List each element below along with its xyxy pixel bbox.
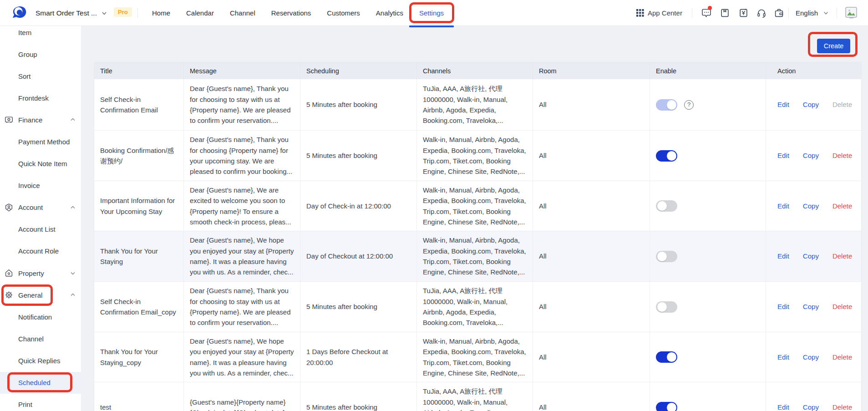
sidebar-item-print[interactable]: Print: [0, 394, 81, 411]
nav-settings[interactable]: Settings: [419, 9, 444, 17]
cell-message: Dear {Guest's name}, Thank you for choos…: [184, 79, 300, 131]
edit-link[interactable]: Edit: [777, 301, 789, 312]
cell-scheduling: 5 Minutes after booking: [300, 79, 417, 131]
delete-link[interactable]: Delete: [832, 99, 852, 110]
sidebar-item-invoice[interactable]: Invoice: [0, 175, 81, 197]
nav-home[interactable]: Home: [152, 9, 170, 17]
table-row: Self Check-in Confirmation Email_copy De…: [94, 282, 861, 332]
delete-link[interactable]: Delete: [832, 402, 852, 411]
copy-link[interactable]: Copy: [803, 201, 819, 211]
sidebar-item-frontdesk[interactable]: Frontdesk: [0, 87, 81, 109]
edit-link[interactable]: Edit: [777, 99, 789, 110]
nav-customers[interactable]: Customers: [327, 9, 360, 17]
account-icon: [5, 203, 13, 212]
delete-link[interactable]: Delete: [832, 201, 852, 211]
col-header-message: Message: [184, 62, 300, 79]
col-header-channels: Channels: [417, 62, 533, 79]
enable-toggle[interactable]: [656, 251, 677, 262]
edit-link[interactable]: Edit: [777, 402, 789, 411]
avatar-broken-image-icon[interactable]: [845, 6, 858, 19]
app-center-button[interactable]: App Center: [636, 0, 682, 26]
property-icon: [5, 269, 13, 278]
copy-link[interactable]: Copy: [803, 402, 819, 411]
receipt-yuan-icon: [739, 8, 748, 18]
cell-title: Self Check-in Confirmation Email_copy: [94, 282, 184, 332]
cell-action: EditCopyDelete: [766, 282, 861, 332]
notification-dot: [708, 6, 712, 10]
sidebar-section-account[interactable]: Account: [0, 197, 81, 218]
enable-toggle[interactable]: [656, 200, 677, 212]
cell-action: EditCopyDelete: [766, 231, 861, 282]
sidebar-section-finance[interactable]: Finance: [0, 109, 81, 131]
copy-link[interactable]: Copy: [803, 301, 819, 312]
col-header-title: Title: [94, 62, 184, 79]
sidebar-item-payment-method[interactable]: Payment Method: [0, 131, 81, 152]
sidebar-item-item[interactable]: Item: [0, 26, 81, 43]
language-chevron-down-icon: [823, 10, 829, 16]
app-grid-icon: [636, 9, 644, 17]
wallet-button[interactable]: [774, 0, 784, 26]
enable-toggle[interactable]: [656, 402, 677, 411]
copy-link[interactable]: Copy: [803, 352, 819, 362]
nav-analytics[interactable]: Analytics: [376, 9, 403, 17]
cell-action: EditCopyDelete: [766, 382, 861, 411]
workspace-chevron-down-icon[interactable]: [101, 10, 107, 16]
cell-title: test: [94, 382, 184, 411]
support-button[interactable]: [756, 0, 766, 26]
cell-scheduling: 5 Minutes after booking: [300, 282, 417, 332]
sidebar-item-quick-note-item[interactable]: Quick Note Item: [0, 153, 81, 175]
sidebar-item-quick-replies[interactable]: Quick Replies: [0, 350, 81, 371]
messages-button[interactable]: [701, 0, 712, 26]
billing-button[interactable]: [739, 0, 748, 26]
delete-link[interactable]: Delete: [832, 150, 852, 161]
sidebar-section-general[interactable]: General: [0, 284, 81, 306]
table-row: Thank You for Your Staying_copy Dear {Gu…: [94, 332, 861, 382]
table-row: Important Information for Your Upcoming …: [94, 181, 861, 231]
edit-link[interactable]: Edit: [777, 201, 789, 211]
help-icon[interactable]: ?: [684, 100, 694, 110]
copy-link[interactable]: Copy: [803, 150, 819, 161]
bookmark-button[interactable]: [720, 0, 730, 26]
nav-channel[interactable]: Channel: [230, 9, 255, 17]
language-selector[interactable]: English: [796, 0, 829, 26]
cell-enable: ?: [650, 79, 766, 131]
copy-link[interactable]: Copy: [803, 251, 819, 261]
edit-link[interactable]: Edit: [777, 150, 789, 161]
table-row: Thank You for Your Staying Dear {Guest's…: [94, 231, 861, 282]
table-body: Self Check-in Confirmation Email Dear {G…: [94, 79, 861, 411]
sidebar-item-account-list[interactable]: Account List: [0, 218, 81, 240]
delete-link[interactable]: Delete: [832, 352, 852, 362]
sidebar-item-notification[interactable]: Notification: [0, 306, 81, 328]
sidebar-section-property[interactable]: Property: [0, 262, 81, 284]
finance-icon: [5, 116, 13, 124]
enable-toggle[interactable]: [656, 301, 677, 313]
chevron-up-icon: [70, 205, 76, 210]
cell-action: EditCopyDelete: [766, 79, 861, 131]
sidebar-item-sort[interactable]: Sort: [0, 65, 81, 87]
delete-link[interactable]: Delete: [832, 251, 852, 261]
copy-link[interactable]: Copy: [803, 99, 819, 110]
delete-link[interactable]: Delete: [832, 301, 852, 312]
edit-link[interactable]: Edit: [777, 352, 789, 362]
workspace-name[interactable]: Smart Order Test ...: [36, 0, 97, 26]
general-gear-icon: [5, 291, 13, 299]
wallet-icon: [774, 8, 784, 18]
edit-link[interactable]: Edit: [777, 251, 789, 261]
sidebar-item-channel[interactable]: Channel: [0, 328, 81, 350]
cell-message: {Guest's name}{Property name} {Check-in …: [184, 382, 300, 411]
enable-toggle[interactable]: [656, 150, 677, 162]
nav-reservations[interactable]: Reservations: [271, 9, 311, 17]
sidebar-item-account-role[interactable]: Account Role: [0, 240, 81, 262]
cell-channels: Walk-in, Manual, Airbnb, Agoda, Expedia,…: [417, 231, 533, 282]
enable-toggle[interactable]: [656, 99, 677, 111]
cell-channels: TuJia, AAA, A旅行社, 代理 10000000, Walk-in, …: [417, 79, 533, 131]
enable-toggle[interactable]: [656, 351, 677, 363]
sidebar-item-scheduled[interactable]: Scheduled: [0, 372, 81, 394]
cell-scheduling: 1 Days Before Checkout at 20:00:00: [300, 332, 417, 382]
nav-calendar[interactable]: Calendar: [186, 9, 214, 17]
sidebar-item-group[interactable]: Group: [0, 43, 81, 65]
cell-channels: TuJia, AAA, A旅行社, 代理 10000000, Walk-in, …: [417, 282, 533, 332]
create-button[interactable]: Create: [817, 39, 850, 53]
cell-scheduling: Day of Checkout at 12:00:00: [300, 231, 417, 282]
cell-channels: TuJia, AAA, A旅行社, 代理 10000000, Walk-in, …: [417, 382, 533, 411]
